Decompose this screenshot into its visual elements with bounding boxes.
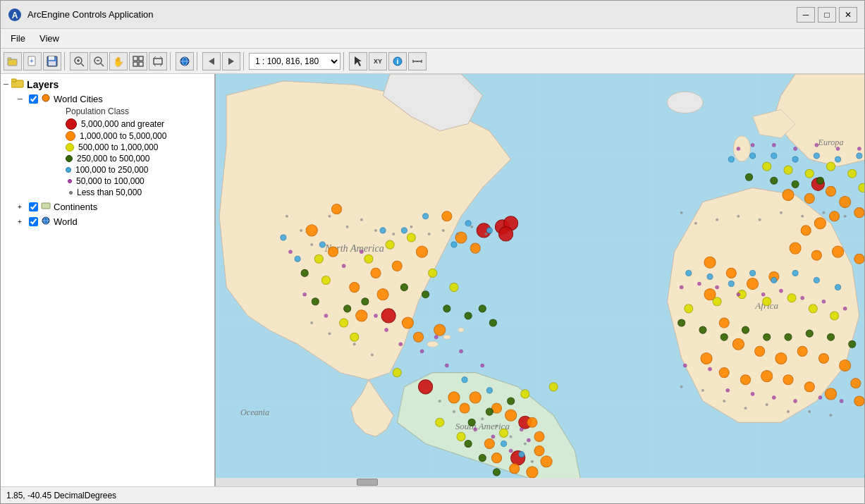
zoom-out-button[interactable]	[90, 52, 108, 70]
svg-point-143	[340, 319, 348, 327]
svg-point-279	[371, 353, 374, 356]
svg-point-217	[814, 153, 819, 159]
svg-point-93	[505, 410, 517, 421]
svg-point-295	[844, 215, 847, 218]
svg-point-266	[346, 226, 349, 228]
svg-point-257	[772, 143, 775, 147]
svg-point-244	[801, 296, 804, 300]
svg-point-265	[328, 215, 331, 218]
svg-point-74	[306, 225, 317, 236]
toc-collapse-button[interactable]: ─	[4, 80, 8, 88]
svg-marker-29	[209, 58, 214, 65]
svg-point-282	[481, 417, 484, 420]
save-button[interactable]	[43, 52, 61, 70]
globe-button[interactable]	[176, 52, 194, 70]
identify-button[interactable]: i	[388, 52, 407, 70]
world-expand[interactable]: +	[18, 218, 26, 226]
forward-button[interactable]	[222, 52, 240, 70]
svg-rect-7	[49, 56, 54, 60]
svg-point-97	[541, 456, 552, 467]
open-button[interactable]	[4, 52, 22, 70]
svg-point-129	[833, 246, 844, 257]
svg-point-100	[491, 453, 501, 463]
svg-point-188	[745, 173, 752, 180]
world-cities-expand[interactable]: ─	[18, 95, 26, 103]
svg-point-134	[704, 257, 716, 268]
svg-point-235	[509, 449, 513, 453]
svg-point-82	[417, 246, 428, 257]
world-cities-legend: Population Class 5,000,000 and greater 1…	[18, 105, 211, 198]
svg-point-59	[733, 136, 750, 161]
svg-point-267	[360, 219, 363, 221]
svg-point-167	[400, 284, 407, 291]
maximize-button[interactable]: □	[818, 7, 836, 23]
svg-point-138	[386, 240, 394, 249]
close-button[interactable]: ✕	[839, 7, 857, 23]
minimize-button[interactable]: ─	[797, 7, 815, 23]
map-area[interactable]: North America South America Africa Europ…	[216, 74, 864, 486]
svg-point-215	[771, 153, 777, 159]
svg-rect-41	[42, 203, 50, 209]
svg-point-141	[450, 283, 458, 292]
svg-point-149	[549, 383, 558, 391]
svg-point-135	[314, 254, 323, 263]
svg-point-116	[818, 353, 828, 363]
xy-button[interactable]: XY	[369, 52, 387, 70]
svg-point-245	[822, 300, 826, 303]
svg-point-117	[840, 359, 851, 371]
full-extent-button[interactable]	[129, 52, 147, 70]
svg-point-158	[784, 166, 792, 174]
svg-point-208	[750, 270, 756, 276]
zoom-in-button[interactable]	[70, 52, 88, 70]
svg-point-166	[362, 298, 369, 305]
toc-root: ─ Layers	[4, 77, 211, 92]
zoom-full-button[interactable]	[149, 52, 167, 70]
legend-item-6: Less than 50,000	[66, 187, 211, 198]
continents-icon	[41, 201, 51, 213]
select-button[interactable]	[349, 52, 367, 70]
svg-point-99	[510, 464, 520, 474]
svg-point-162	[859, 183, 864, 192]
svg-point-252	[794, 399, 797, 402]
svg-rect-20	[139, 62, 143, 66]
svg-point-177	[479, 455, 486, 462]
svg-point-254	[840, 399, 843, 402]
new-button[interactable]: +	[23, 52, 42, 70]
svg-text:A: A	[12, 11, 18, 20]
legend-title: Population Class	[66, 105, 211, 118]
continents-expand[interactable]: +	[18, 203, 26, 211]
svg-point-292	[780, 211, 783, 214]
continents-checkbox[interactable]	[29, 202, 38, 211]
legend-item-3: 250,000 to 500,000	[66, 153, 211, 164]
toolbar: + ✋ 1 : 100,	[1, 49, 864, 74]
menu-view[interactable]: View	[32, 31, 66, 46]
svg-point-133	[726, 268, 736, 278]
svg-point-288	[694, 222, 697, 225]
world-checkbox[interactable]	[29, 217, 38, 226]
legend-label-1: 1,000,000 to 5,000,000	[80, 131, 166, 141]
svg-point-180	[699, 326, 706, 333]
svg-rect-8	[49, 61, 56, 66]
scale-dropdown[interactable]: 1 : 100, 816, 180	[249, 53, 341, 70]
svg-point-196	[423, 214, 429, 219]
legend-item-1: 1,000,000 to 5,000,000	[66, 130, 211, 142]
measure-button[interactable]	[408, 52, 427, 70]
separator-4	[243, 52, 246, 70]
svg-point-155	[809, 305, 817, 313]
svg-point-299	[744, 407, 747, 410]
svg-point-228	[420, 350, 424, 353]
svg-line-14	[101, 63, 104, 66]
svg-point-118	[851, 379, 861, 388]
horizontal-scrollbar[interactable]	[216, 478, 864, 486]
svg-point-170	[465, 312, 472, 319]
world-cities-checkbox[interactable]	[29, 94, 38, 104]
back-button[interactable]	[202, 52, 221, 70]
svg-point-296	[680, 386, 683, 388]
svg-point-69	[419, 380, 433, 394]
svg-point-142	[350, 333, 359, 341]
svg-point-283	[495, 424, 498, 427]
menu-file[interactable]: File	[4, 31, 32, 46]
svg-point-297	[701, 389, 704, 392]
svg-point-137	[364, 254, 373, 263]
pan-button[interactable]: ✋	[109, 52, 128, 70]
